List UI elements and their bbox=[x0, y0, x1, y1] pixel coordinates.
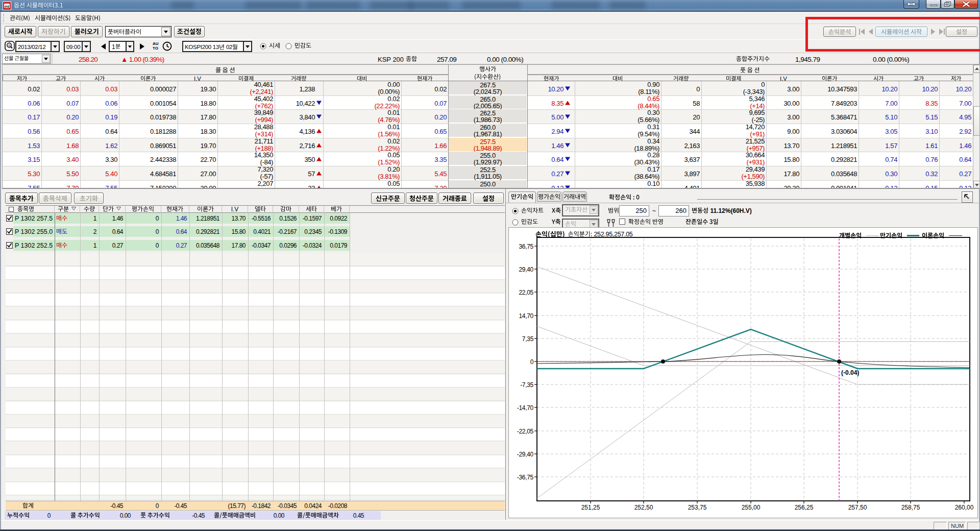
svg-text:S: S bbox=[8, 44, 10, 47]
svg-text:os: os bbox=[5, 4, 10, 9]
